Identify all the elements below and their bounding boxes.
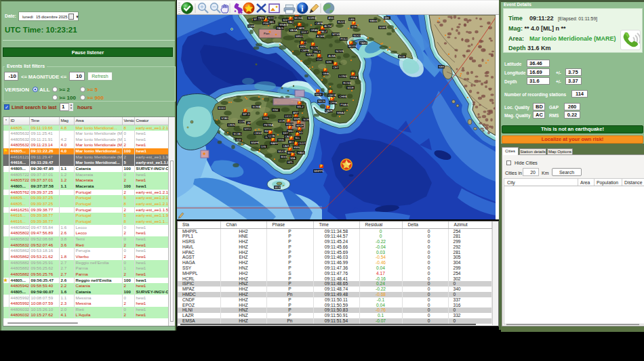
svg-text:STR: STR bbox=[351, 25, 357, 28]
svg-text:LONG: LONG bbox=[339, 75, 347, 78]
svg-text:SOO: SOO bbox=[268, 16, 275, 20]
svg-text:EMS: EMS bbox=[294, 146, 300, 149]
svg-text:SGRG: SGRG bbox=[308, 16, 316, 20]
svg-text:OLDT: OLDT bbox=[298, 142, 306, 145]
svg-text:PETRA: PETRA bbox=[264, 123, 273, 127]
svg-text:MILZ: MILZ bbox=[297, 105, 304, 108]
svg-text:MSFR: MSFR bbox=[251, 141, 259, 144]
svg-text:CAPA: CAPA bbox=[315, 22, 323, 25]
svg-text:VIGL: VIGL bbox=[278, 138, 285, 142]
svg-text:BEL: BEL bbox=[269, 20, 275, 24]
svg-text:NOVS: NOVS bbox=[336, 49, 344, 53]
svg-text:CESX: CESX bbox=[254, 131, 262, 135]
svg-text:FINI: FINI bbox=[273, 108, 278, 112]
svg-text:CRIN: CRIN bbox=[228, 123, 235, 127]
svg-text:MASS: MASS bbox=[369, 19, 378, 22]
svg-text:MSAG: MSAG bbox=[279, 23, 287, 26]
svg-text:SRN: SRN bbox=[300, 45, 306, 48]
svg-text:LICO: LICO bbox=[285, 114, 292, 118]
svg-text:SOR: SOR bbox=[303, 118, 309, 121]
svg-text:SSY: SSY bbox=[283, 131, 289, 135]
svg-text:ESLN: ESLN bbox=[286, 123, 294, 126]
svg-text:MRVL: MRVL bbox=[296, 35, 304, 38]
svg-text:SGRT: SGRT bbox=[379, 26, 387, 29]
svg-text:AIO: AIO bbox=[289, 140, 294, 144]
svg-text:HPL: HPL bbox=[287, 161, 294, 164]
svg-text:CLTA: CLTA bbox=[268, 134, 275, 137]
svg-text:POLC: POLC bbox=[340, 37, 348, 41]
svg-text:UCR: UCR bbox=[279, 119, 285, 123]
svg-text:BRI: BRI bbox=[384, 16, 389, 20]
svg-text:MUCR: MUCR bbox=[278, 150, 287, 153]
svg-text:SIRI: SIRI bbox=[326, 60, 331, 64]
svg-text:GRAV: GRAV bbox=[310, 28, 319, 32]
svg-text:NICS: NICS bbox=[318, 100, 325, 103]
svg-text:MBAZ: MBAZ bbox=[337, 111, 345, 114]
svg-text:BGG: BGG bbox=[281, 155, 287, 158]
svg-text:SIDE: SIDE bbox=[347, 86, 354, 89]
svg-text:STAD: STAD bbox=[221, 116, 228, 120]
svg-text:ALBA: ALBA bbox=[328, 54, 336, 58]
svg-text:MTSN: MTSN bbox=[332, 33, 340, 36]
svg-text:ROTN: ROTN bbox=[348, 45, 357, 48]
svg-text:SLCN: SLCN bbox=[310, 46, 318, 49]
svg-text:SLL: SLL bbox=[295, 136, 300, 140]
svg-text:FAQ: FAQ bbox=[288, 20, 294, 24]
svg-text:JM: JM bbox=[247, 121, 251, 125]
svg-text:CAZL: CAZL bbox=[283, 144, 290, 148]
svg-text:ROSS: ROSS bbox=[343, 81, 351, 85]
svg-text:CSM: CSM bbox=[248, 24, 255, 28]
svg-text:AND: AND bbox=[328, 16, 334, 20]
svg-text:DIS: DIS bbox=[261, 145, 266, 148]
svg-text:MHPPL: MHPPL bbox=[314, 169, 324, 173]
svg-text:CET: CET bbox=[333, 66, 339, 69]
svg-text:PAOL: PAOL bbox=[277, 26, 285, 30]
svg-text:MP-3: MP-3 bbox=[243, 112, 250, 116]
svg-text:MSR: MSR bbox=[294, 117, 300, 121]
svg-text:ACER: ACER bbox=[317, 35, 325, 38]
svg-text:KEK: KEK bbox=[439, 65, 445, 68]
svg-text:Pian: Pian bbox=[264, 32, 270, 35]
svg-text:MOSS: MOSS bbox=[294, 16, 303, 20]
svg-text:EGDI: EGDI bbox=[218, 106, 225, 110]
svg-text:GIOI: GIOI bbox=[315, 93, 321, 96]
svg-text:TRIV: TRIV bbox=[258, 16, 264, 20]
svg-text:UGL: UGL bbox=[263, 116, 269, 120]
svg-text:RAFF: RAFF bbox=[270, 142, 278, 145]
svg-text:TRL3: TRL3 bbox=[313, 50, 321, 54]
svg-text:GGI: GGI bbox=[236, 138, 241, 142]
svg-text:HAVL: HAVL bbox=[298, 151, 305, 154]
svg-text:SCIE: SCIE bbox=[399, 55, 405, 58]
svg-text:TAR1: TAR1 bbox=[360, 41, 367, 45]
svg-text:LAZR: LAZR bbox=[325, 109, 333, 112]
svg-text:CHCB: CHCB bbox=[328, 93, 336, 97]
svg-text:VAGA: VAGA bbox=[289, 28, 298, 32]
svg-text:VITO: VITO bbox=[244, 127, 251, 131]
svg-text:CPPA: CPPA bbox=[329, 101, 337, 104]
svg-text:RUVO: RUVO bbox=[338, 20, 346, 24]
svg-text:CHEB: CHEB bbox=[339, 95, 347, 98]
svg-text:CUC: CUC bbox=[317, 58, 323, 61]
svg-text:SOMA: SOMA bbox=[252, 105, 261, 108]
svg-text:CON: CON bbox=[239, 120, 245, 123]
svg-text:MOD: MOD bbox=[275, 186, 281, 189]
svg-text:CMPR: CMPR bbox=[301, 49, 309, 52]
svg-text:NOCI: NOCI bbox=[353, 34, 360, 37]
svg-text:MIA: MIA bbox=[290, 156, 296, 160]
svg-text:PIRA: PIRA bbox=[350, 76, 357, 79]
svg-text:VULT: VULT bbox=[301, 30, 308, 34]
svg-text:PSAG: PSAG bbox=[340, 103, 348, 106]
svg-text:PALZ: PALZ bbox=[320, 30, 327, 33]
svg-text:EPZF: EPZF bbox=[296, 124, 304, 127]
svg-text:SCIAC: SCIAC bbox=[233, 132, 242, 135]
svg-text:CAFE: CAFE bbox=[297, 26, 304, 30]
svg-text:SAPZ: SAPZ bbox=[306, 53, 314, 56]
svg-text:ANT: ANT bbox=[293, 111, 299, 114]
svg-text:GEA: GEA bbox=[323, 72, 329, 75]
svg-text:LBS: LBS bbox=[349, 18, 355, 21]
svg-text:ALTM: ALTM bbox=[324, 24, 331, 28]
